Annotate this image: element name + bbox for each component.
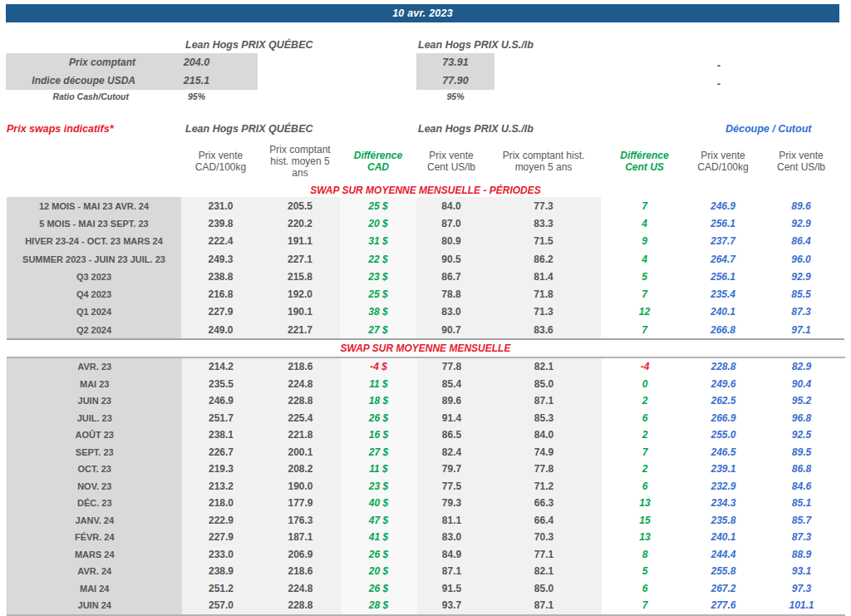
month-row: SEPT. 23226.7200.127 $82.474.97246.589.5 (7, 444, 845, 461)
value-cell: 237.7 (688, 233, 758, 250)
value-cell: 26 $ (341, 410, 417, 427)
value-cell: 205.5 (260, 197, 340, 214)
value-cell: 232.9 (689, 478, 759, 495)
value-cell: 87.1 (417, 563, 487, 580)
month-row: MAI 23235.5224.811 $85.485.00249.690.4 (7, 376, 845, 393)
month-row: JUIL. 23251.7225.426 $91.485.36266.996.8 (7, 410, 845, 427)
value-cell: 80.9 (416, 233, 486, 250)
spot-value-cutout-us: 77.90 (416, 71, 494, 90)
value-cell: 246.9 (688, 197, 758, 214)
value-cell: 83.3 (486, 214, 601, 232)
value-cell: 71.5 (486, 233, 601, 250)
monthly-table: AVR. 23214.2218.6-4 $77.882.1-4228.882.9… (7, 357, 845, 616)
value-cell: 92.9 (758, 268, 844, 285)
column-header: Différence CAD (340, 139, 416, 184)
column-header-spacer (7, 139, 181, 184)
group-heading-us: Lean Hogs PRIX U.S./lb (418, 123, 534, 135)
row-label-cell: AOÛT 23 (7, 426, 182, 444)
value-cell: 20 $ (341, 563, 417, 580)
value-cell: 0 (602, 376, 689, 393)
monthly-section-title: SWAP SUR MOYENNE MENSUELLE (7, 342, 844, 354)
column-headers: Prix vente CAD/100kgPrix comptant hist. … (7, 139, 844, 184)
value-cell: 246.9 (182, 392, 261, 410)
value-cell: 74.9 (487, 444, 602, 461)
value-cell: 221.8 (261, 426, 341, 444)
value-cell: 91.4 (417, 410, 487, 427)
value-cell: 85.3 (487, 410, 602, 427)
value-cell: 2 (602, 461, 689, 478)
value-cell: 88.9 (759, 546, 845, 564)
value-cell: 176.3 (261, 512, 341, 530)
value-cell: 238.8 (181, 268, 260, 285)
row-label-cell: Q2 2024 (7, 321, 181, 339)
monthly-body: AVR. 23214.2218.6-4 $77.882.1-4228.882.9… (7, 357, 845, 615)
value-cell: 228.8 (261, 597, 341, 615)
value-cell: 262.5 (689, 392, 759, 410)
value-cell: 87.3 (758, 303, 844, 321)
value-cell: 220.2 (260, 214, 340, 232)
value-cell: 218.0 (182, 495, 261, 512)
value-cell: 92.5 (759, 426, 845, 444)
value-cell: 228.8 (261, 392, 341, 410)
value-cell: 7 (602, 597, 689, 615)
value-cell: 85.5 (758, 285, 844, 303)
spot-value-cutout-qc: 215.1 (135, 75, 258, 86)
spot-quebec-block: Prix comptant 204.0 Indice découpe USDA … (6, 53, 258, 90)
value-cell: -4 $ (341, 357, 417, 376)
value-cell: 83.6 (486, 321, 601, 339)
value-cell: 86.4 (758, 233, 844, 250)
value-cell: 208.2 (261, 461, 341, 478)
value-cell: 23 $ (340, 268, 416, 285)
value-cell: 227.1 (260, 250, 340, 268)
value-cell: 190.1 (260, 303, 340, 321)
value-cell: 214.2 (182, 357, 261, 376)
value-cell: 239.8 (181, 214, 260, 232)
column-header: Prix comptant hist. moyen 5 ans (260, 139, 340, 184)
value-cell: 96.8 (759, 410, 845, 427)
value-cell: 84.0 (487, 426, 602, 444)
value-cell: 66.4 (487, 512, 602, 530)
value-cell: 31 $ (340, 233, 416, 250)
row-label-cell: MARS 24 (7, 546, 182, 564)
value-cell: 249.6 (689, 376, 759, 393)
month-row: DÉC. 23218.0177.940 $79.366.313234.385.1 (7, 495, 845, 512)
row-label-cell: Q1 2024 (7, 303, 181, 321)
value-cell: 25 $ (340, 197, 416, 214)
value-cell: 11 $ (341, 376, 417, 393)
month-row: MARS 24233.0206.926 $84.977.18244.488.9 (7, 546, 845, 564)
value-cell: 213.2 (182, 478, 261, 495)
report-page: 10 avr. 2023 Lean Hogs PRIX QUÉBEC Lean … (0, 0, 851, 616)
value-cell: 66.3 (487, 495, 602, 512)
value-cell: 85.0 (487, 376, 602, 393)
swaps-title: Prix swaps indicatifs* (7, 123, 114, 135)
value-cell: 85.7 (759, 512, 845, 530)
value-cell: 22 $ (340, 250, 416, 268)
value-cell: 216.8 (181, 285, 260, 303)
value-cell: 38 $ (340, 303, 416, 321)
value-cell: 84.0 (416, 197, 486, 214)
row-label-cell: JANV. 24 (7, 512, 182, 530)
value-cell: 28 $ (341, 597, 417, 615)
value-cell: 218.6 (261, 563, 341, 580)
value-cell: 218.6 (261, 357, 341, 376)
row-label-cell: MAI 23 (7, 376, 182, 393)
row-label-cell: 12 MOIS - MAI 23 AVR. 24 (7, 197, 181, 214)
value-cell: 255.8 (689, 563, 759, 580)
spot-us-block: 73.91 77.90 (416, 53, 494, 90)
value-cell: 82.1 (487, 563, 602, 580)
ratio-value-qc: 95% (135, 91, 258, 101)
value-cell: 40 $ (341, 495, 417, 512)
month-row: JANV. 24222.9176.347 $81.166.415235.885.… (7, 512, 845, 530)
spot-label-cutout-index: Indice découpe USDA (6, 75, 135, 86)
value-cell: 11 $ (341, 461, 417, 478)
value-cell: 6 (602, 478, 689, 495)
value-cell: 84.9 (417, 546, 487, 564)
value-cell: 81.1 (417, 512, 487, 530)
month-row: FÉVR. 24227.9187.141 $83.070.313240.187.… (7, 529, 845, 546)
period-row: Q4 2023216.8192.025 $78.871.87235.485.5 (7, 285, 844, 303)
month-row: AOÛT 23238.1221.816 $86.584.02255.092.5 (7, 426, 845, 444)
value-cell: 89.5 (759, 444, 845, 461)
value-cell: 240.1 (689, 529, 759, 546)
value-cell: 256.1 (688, 268, 758, 285)
value-cell: 93.7 (417, 597, 487, 615)
